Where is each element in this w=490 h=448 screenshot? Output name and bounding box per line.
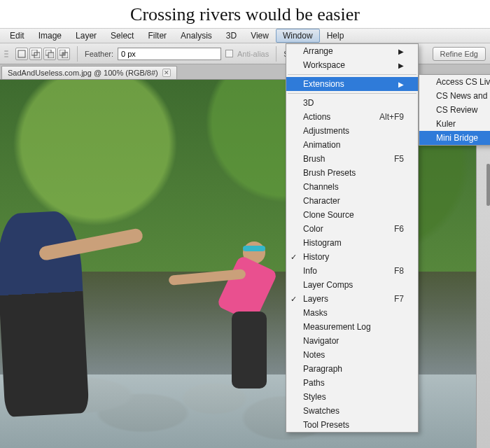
svg-rect-7 <box>62 52 65 55</box>
menu-filter[interactable]: Filter <box>141 29 174 43</box>
select-subtract-icon[interactable] <box>43 48 56 60</box>
menu-item-mini-bridge[interactable]: Mini Bridge <box>419 131 490 145</box>
menu-item-brush-presets[interactable]: Brush Presets <box>286 166 418 180</box>
menu-item-navigator[interactable]: Navigator <box>286 334 418 348</box>
menu-item-tool-presets[interactable]: Tool Presets <box>286 418 418 432</box>
menu-window[interactable]: Window <box>276 29 320 43</box>
menu-item-swatches[interactable]: Swatches <box>286 404 418 418</box>
menu-item-actions[interactable]: ActionsAlt+F9 <box>286 110 418 124</box>
menu-item-adjustments[interactable]: Adjustments <box>286 124 418 138</box>
feather-label: Feather: <box>85 50 113 58</box>
menu-item-workspace[interactable]: Workspace▶ <box>286 58 418 72</box>
menu-item-access-cs-live[interactable]: Access CS Live <box>419 75 490 89</box>
menu-bar: EditImageLayerSelectFilterAnalysis3DView… <box>0 28 490 43</box>
menu-item-paragraph[interactable]: Paragraph <box>286 362 418 376</box>
menu-view[interactable]: View <box>244 29 276 43</box>
grip-handle[interactable] <box>4 50 8 57</box>
menu-item-arrange[interactable]: Arrange▶ <box>286 44 418 58</box>
menu-item-3d[interactable]: 3D <box>286 96 418 110</box>
menu-layer[interactable]: Layer <box>69 29 104 43</box>
menu-item-styles[interactable]: Styles <box>286 390 418 404</box>
menu-item-measurement-log[interactable]: Measurement Log <box>286 320 418 334</box>
menu-analysis[interactable]: Analysis <box>174 29 219 43</box>
menu-item-history[interactable]: ✓History <box>286 250 418 264</box>
menu-item-layers[interactable]: ✓LayersF7 <box>286 292 418 306</box>
menu-item-animation[interactable]: Animation <box>286 138 418 152</box>
menu-item-kuler[interactable]: Kuler <box>419 117 490 131</box>
menu-item-channels[interactable]: Channels <box>286 180 418 194</box>
menu-edit[interactable]: Edit <box>3 29 31 43</box>
select-intersect-icon[interactable] <box>57 48 70 60</box>
document-tab-title: SadAndUseless.com.jpg @ 100% (RGB/8#) <box>8 69 158 77</box>
menu-item-notes[interactable]: Notes <box>286 348 418 362</box>
window-menu: Arrange▶Workspace▶Extensions▶3DActionsAl… <box>286 43 419 433</box>
menu-item-histogram[interactable]: Histogram <box>286 236 418 250</box>
menu-item-clone-source[interactable]: Clone Source <box>286 208 418 222</box>
menu-item-extensions[interactable]: Extensions▶ <box>286 77 418 91</box>
svg-rect-4 <box>48 52 54 58</box>
menu-select[interactable]: Select <box>104 29 141 43</box>
antialias-checkbox <box>225 50 233 57</box>
menu-item-cs-review[interactable]: CS Review <box>419 103 490 117</box>
page-caption: Crossing rivers would be easier <box>0 0 490 28</box>
document-tab[interactable]: SadAndUseless.com.jpg @ 100% (RGB/8#) ✕ <box>1 66 177 79</box>
menu-item-cs-news-and-reso[interactable]: CS News and Reso <box>419 89 490 103</box>
menu-help[interactable]: Help <box>320 29 351 43</box>
menu-item-info[interactable]: InfoF8 <box>286 264 418 278</box>
menu-item-masks[interactable]: Masks <box>286 306 418 320</box>
close-icon[interactable]: ✕ <box>162 69 171 77</box>
menu-image[interactable]: Image <box>31 29 69 43</box>
selection-mode-group <box>15 48 70 60</box>
menu-3d[interactable]: 3D <box>219 29 244 43</box>
select-add-icon[interactable] <box>29 48 42 60</box>
menu-item-color[interactable]: ColorF6 <box>286 222 418 236</box>
menu-item-layer-comps[interactable]: Layer Comps <box>286 278 418 292</box>
menu-item-brush[interactable]: BrushF5 <box>286 152 418 166</box>
menu-item-character[interactable]: Character <box>286 194 418 208</box>
refine-edge-button[interactable]: Refine Edg <box>433 47 486 61</box>
menu-item-paths[interactable]: Paths <box>286 376 418 390</box>
feather-input[interactable] <box>118 48 221 60</box>
svg-rect-0 <box>18 50 25 57</box>
select-new-icon[interactable] <box>15 48 28 60</box>
extensions-submenu: Access CS LiveCS News and ResoCS ReviewK… <box>419 74 490 146</box>
antialias-label: Anti-alias <box>237 50 269 58</box>
